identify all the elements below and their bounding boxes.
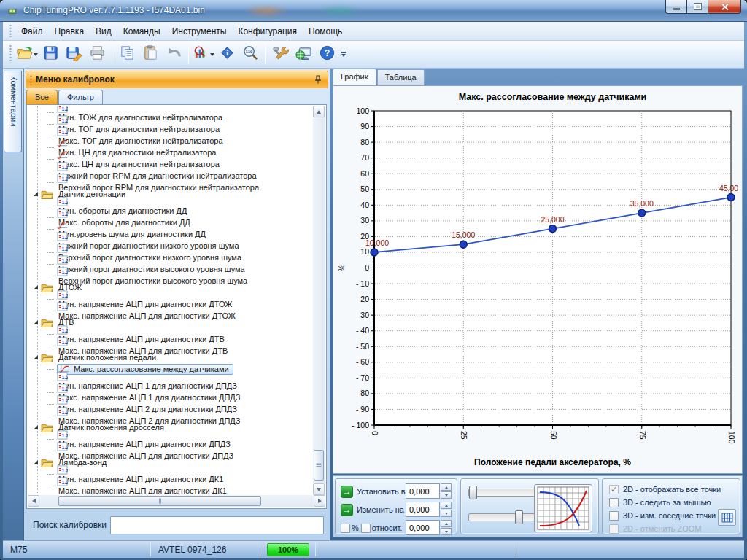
percent-checkbox[interactable] bbox=[341, 524, 350, 533]
copy-button[interactable] bbox=[116, 44, 138, 66]
spin-value[interactable]: 0,000 bbox=[406, 502, 440, 517]
set-to-button[interactable]: → bbox=[341, 486, 353, 498]
menu-commands[interactable]: Команды bbox=[117, 24, 166, 39]
zoom-preview-button[interactable]: 110 bbox=[239, 44, 261, 66]
save-as-button[interactable] bbox=[63, 44, 85, 66]
tree-connector bbox=[47, 474, 55, 475]
relative-spinner[interactable]: 0,000 bbox=[406, 520, 452, 535]
tab-chart[interactable]: График bbox=[333, 69, 376, 85]
open-file-button[interactable] bbox=[16, 44, 38, 66]
relative-checkbox[interactable] bbox=[361, 524, 371, 533]
value-param-icon: 1.2 bbox=[57, 106, 224, 113]
expander-icon[interactable] bbox=[34, 425, 38, 429]
change-by-spinner[interactable]: 0,000 bbox=[406, 502, 452, 517]
help-button[interactable]: ? bbox=[316, 44, 338, 66]
menu-tools[interactable]: Инструменты bbox=[166, 24, 233, 39]
scroll-thumb[interactable] bbox=[314, 450, 324, 481]
spin-value[interactable]: 0,000 bbox=[406, 520, 440, 535]
tree-item[interactable]: 1.2Макс. напряжение АЦП для диагностики … bbox=[28, 305, 312, 316]
scroll-thumb[interactable] bbox=[58, 496, 261, 506]
svg-text:1.2: 1.2 bbox=[62, 386, 68, 392]
undo-button[interactable] bbox=[163, 44, 185, 66]
spin-down-button[interactable] bbox=[441, 528, 452, 535]
expander-icon[interactable] bbox=[34, 192, 38, 196]
comments-tab[interactable]: Комментарии bbox=[4, 71, 22, 152]
minimize-button[interactable] bbox=[665, 0, 687, 14]
chart-panel: ГрафикТаблица - 100- 90- 80- 70- 60- 50-… bbox=[333, 69, 743, 540]
paste-button[interactable] bbox=[139, 44, 161, 66]
expander-icon[interactable] bbox=[34, 460, 38, 464]
slider-group bbox=[460, 478, 599, 534]
svg-text:90: 90 bbox=[360, 122, 369, 131]
tree-item[interactable]: 1.2Макс. напряжение АЦП для диагностики … bbox=[28, 445, 312, 456]
menu-help[interactable]: Помощь bbox=[303, 24, 348, 39]
tree-item-label: Макс. напряжение АЦП для диагностики ДК1 bbox=[57, 486, 228, 495]
spin-up-button[interactable] bbox=[441, 502, 452, 509]
tree-connector bbox=[47, 346, 55, 346]
spin-value[interactable]: 0,000 bbox=[406, 483, 440, 499]
tree-horizontal-scrollbar[interactable] bbox=[28, 495, 325, 508]
print-button[interactable] bbox=[86, 44, 108, 66]
web-update-button[interactable] bbox=[293, 44, 314, 66]
svg-text:75: 75 bbox=[638, 431, 647, 440]
svg-text:100: 100 bbox=[356, 106, 369, 115]
spin-up-button[interactable] bbox=[441, 483, 452, 491]
spin-down-button[interactable] bbox=[441, 510, 452, 517]
tab-table[interactable]: Таблица bbox=[377, 69, 425, 85]
title-bar[interactable]: ChipTuningPRO ver.7.7.1.1193 - I574DA01.… bbox=[0, 0, 747, 22]
tree-folder[interactable]: Датчик положения педали bbox=[28, 351, 312, 363]
scroll-down-button[interactable] bbox=[313, 483, 325, 495]
toolbar-grip[interactable] bbox=[9, 25, 12, 38]
tree-connector bbox=[47, 439, 55, 440]
chart-area[interactable]: - 100- 90- 80- 70- 60- 50- 40- 30- 20- 1… bbox=[333, 85, 743, 474]
scroll-left-button[interactable] bbox=[28, 495, 39, 507]
value-param-icon: 1.2 bbox=[57, 244, 243, 253]
svg-text:1.2: 1.2 bbox=[62, 328, 68, 333]
tools-button[interactable] bbox=[269, 44, 291, 66]
spin-up-button[interactable] bbox=[441, 520, 452, 527]
tab-all[interactable]: Все bbox=[26, 90, 58, 104]
tree-vertical-scrollbar[interactable] bbox=[313, 106, 325, 495]
checkbox-3d-edit-neighbor-points[interactable] bbox=[609, 511, 619, 521]
maximize-button[interactable] bbox=[687, 0, 708, 14]
expander-icon[interactable] bbox=[34, 320, 38, 324]
menu-file[interactable]: Файл bbox=[15, 24, 49, 39]
expander-icon[interactable] bbox=[34, 285, 38, 289]
curve-preview-button[interactable] bbox=[534, 484, 592, 532]
tree-item[interactable]: 1.2Макс. напряжение АЦП для диагностики … bbox=[28, 340, 312, 351]
menu-view[interactable]: Вид bbox=[90, 24, 117, 39]
slider-handle[interactable] bbox=[515, 510, 523, 524]
table-grid-button[interactable] bbox=[718, 509, 736, 526]
svg-text:1.2: 1.2 bbox=[62, 270, 68, 275]
toolbar-grip[interactable] bbox=[9, 45, 12, 64]
dropdown-caret-icon[interactable] bbox=[210, 53, 214, 56]
svg-text:80: 80 bbox=[360, 138, 369, 147]
tree-item[interactable]: 1.2Макс. напряжение АЦП 2 для диагностик… bbox=[28, 410, 312, 421]
menu-configuration[interactable]: Конфигурация bbox=[232, 24, 303, 39]
tree-connector bbox=[47, 369, 55, 370]
scroll-up-button[interactable] bbox=[313, 106, 325, 117]
pin-icon[interactable] bbox=[313, 74, 323, 85]
dropdown-caret-icon[interactable] bbox=[34, 53, 38, 56]
change-by-button[interactable]: → bbox=[341, 504, 353, 516]
menu-edit[interactable]: Правка bbox=[49, 24, 90, 39]
set-to-spinner[interactable]: 0,000 bbox=[406, 483, 452, 499]
spin-down-button[interactable] bbox=[441, 491, 452, 499]
tree-item[interactable]: 1.2Макс. напряжение АЦП для диагностики … bbox=[28, 480, 312, 491]
tree-item[interactable]: 1.2Верхний порог RPM для диагностики ней… bbox=[28, 176, 312, 188]
panel-header[interactable]: Меню калибровок bbox=[26, 71, 328, 88]
checkbox-3d-follow-mouse[interactable] bbox=[609, 498, 619, 508]
calibration-chart[interactable]: - 100- 90- 80- 70- 60- 50- 40- 30- 20- 1… bbox=[335, 88, 738, 471]
tab-filter[interactable]: Фильтр bbox=[58, 90, 103, 104]
info-button[interactable]: i bbox=[216, 44, 238, 66]
expander-icon[interactable] bbox=[34, 355, 38, 359]
chart-view-button[interactable] bbox=[193, 44, 214, 66]
slider-handle[interactable] bbox=[469, 486, 477, 499]
search-input[interactable] bbox=[110, 516, 324, 534]
svg-text:- 100: - 100 bbox=[352, 421, 369, 429]
tree-item[interactable]: 1.2Верхний порог диагностики высокого ур… bbox=[28, 270, 312, 281]
save-button[interactable] bbox=[39, 44, 61, 66]
scroll-right-button[interactable] bbox=[314, 495, 325, 507]
close-button[interactable] bbox=[708, 0, 741, 14]
toolbar-overflow-button[interactable] bbox=[340, 45, 347, 64]
